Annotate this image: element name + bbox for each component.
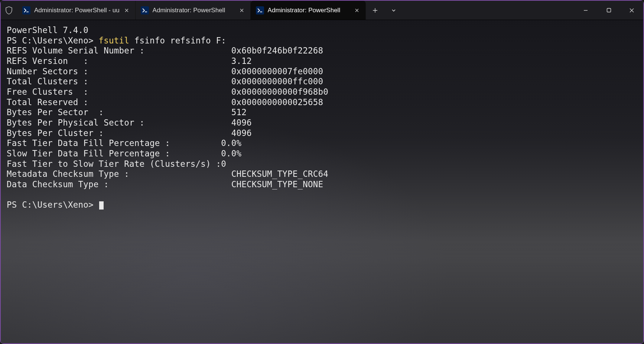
powershell-icon	[256, 6, 264, 14]
output-label: Total Reserved :	[7, 97, 231, 107]
terminal-window: Administrator: PowerShell - uuAdministra…	[0, 0, 644, 344]
prompt-line: PS C:\Users\Xeno>	[7, 200, 637, 210]
tab-actions	[366, 1, 403, 20]
output-row: Data Checksum Type : CHECKSUM_TYPE_NONE	[7, 179, 637, 190]
output-value: 0x0000000000ffc000	[231, 77, 323, 86]
shield-icon	[1, 6, 17, 14]
output-label: REFS Volume Serial Number :	[7, 46, 231, 55]
output-value: 0x0000000000025658	[231, 97, 323, 107]
command-args: fsinfo refsinfo F:	[134, 36, 226, 45]
tab-1[interactable]: Administrator: PowerShell	[136, 1, 251, 20]
output-value: CHECKSUM_TYPE_NONE	[231, 179, 323, 189]
cursor	[99, 201, 104, 210]
tabs-container: Administrator: PowerShell - uuAdministra…	[17, 1, 366, 20]
output-row: Metadata Checksum Type : CHECKSUM_TYPE_C…	[7, 169, 637, 179]
output-row: Total Clusters : 0x0000000000ffc000	[7, 77, 637, 87]
command-name: fsutil	[98, 36, 129, 45]
minimize-button[interactable]	[574, 1, 597, 20]
tab-label: Administrator: PowerShell	[153, 7, 235, 14]
output-value: 0x60b0f246b0f22268	[231, 46, 323, 55]
output-row: REFS Volume Serial Number : 0x60b0f246b0…	[7, 46, 637, 56]
tab-label: Administrator: PowerShell	[268, 7, 350, 14]
tab-label: Administrator: PowerShell - uu	[34, 7, 120, 14]
tab-2[interactable]: Administrator: PowerShell	[251, 1, 366, 20]
output-value: 4096	[231, 118, 252, 127]
output-value: 0x00000000000f968b0	[231, 87, 328, 97]
tab-0[interactable]: Administrator: PowerShell - uu	[17, 1, 136, 20]
output-label: Number Sectors :	[7, 66, 231, 76]
blank-line	[7, 190, 637, 200]
output-value: 3.12	[231, 56, 252, 66]
prompt-text: PS C:\Users\Xeno>	[7, 200, 94, 210]
output-label: Fast Tier to Slow Tier Rate (Clusters/s)…	[7, 159, 221, 169]
tab-dropdown-button[interactable]	[384, 1, 403, 20]
output-row: Total Reserved : 0x0000000000025658	[7, 97, 637, 108]
output-label: Free Clusters :	[7, 87, 231, 97]
maximize-button[interactable]	[597, 1, 620, 20]
output-row: REFS Version : 3.12	[7, 56, 637, 66]
output-label: Bytes Per Physical Sector :	[7, 118, 231, 127]
output-row: Bytes Per Physical Sector : 4096	[7, 118, 637, 128]
window-controls	[574, 1, 643, 20]
svg-rect-0	[607, 9, 611, 12]
output-row: Number Sectors : 0x0000000007fe0000	[7, 66, 637, 77]
close-tab-icon[interactable]	[238, 7, 245, 14]
output-label: Metadata Checksum Type :	[7, 169, 231, 179]
output-value: 0.0%	[221, 149, 241, 158]
output-row: Fast Tier Data Fill Percentage : 0.0%	[7, 138, 637, 149]
output-value: 4096	[231, 128, 252, 138]
output-label: Data Checksum Type :	[7, 179, 231, 189]
output-value: 0	[221, 159, 226, 169]
prompt-text: PS C:\Users\Xeno>	[7, 36, 94, 45]
output-value: 0.0%	[221, 138, 241, 148]
close-tab-icon[interactable]	[354, 7, 360, 14]
powershell-icon	[22, 6, 30, 14]
terminal-output[interactable]: PowerShell 7.4.0PS C:\Users\Xeno> fsutil…	[1, 20, 643, 343]
output-label: Total Clusters :	[7, 77, 231, 86]
command-line: PS C:\Users\Xeno> fsutil fsinfo refsinfo…	[7, 36, 637, 46]
output-label: REFS Version :	[7, 56, 231, 66]
output-row: Fast Tier to Slow Tier Rate (Clusters/s)…	[7, 159, 637, 169]
titlebar: Administrator: PowerShell - uuAdministra…	[1, 1, 643, 20]
output-row: Bytes Per Cluster : 4096	[7, 128, 637, 139]
output-label: Slow Tier Data Fill Percentage :	[7, 149, 221, 158]
powershell-icon	[141, 6, 149, 14]
output-value: CHECKSUM_TYPE_CRC64	[231, 169, 328, 179]
output-label: Fast Tier Data Fill Percentage :	[7, 138, 221, 148]
close-tab-icon[interactable]	[123, 7, 130, 14]
output-row: Free Clusters : 0x00000000000f968b0	[7, 87, 637, 97]
close-button[interactable]	[620, 1, 643, 20]
output-value: 0x0000000007fe0000	[231, 66, 323, 76]
output-row: Bytes Per Sector : 512	[7, 107, 637, 118]
output-label: Bytes Per Sector :	[7, 107, 231, 117]
output-value: 512	[231, 107, 247, 117]
output-label: Bytes Per Cluster :	[7, 128, 231, 138]
new-tab-button[interactable]	[366, 1, 384, 20]
output-row: Slow Tier Data Fill Percentage : 0.0%	[7, 149, 637, 159]
version-line: PowerShell 7.4.0	[7, 25, 637, 36]
